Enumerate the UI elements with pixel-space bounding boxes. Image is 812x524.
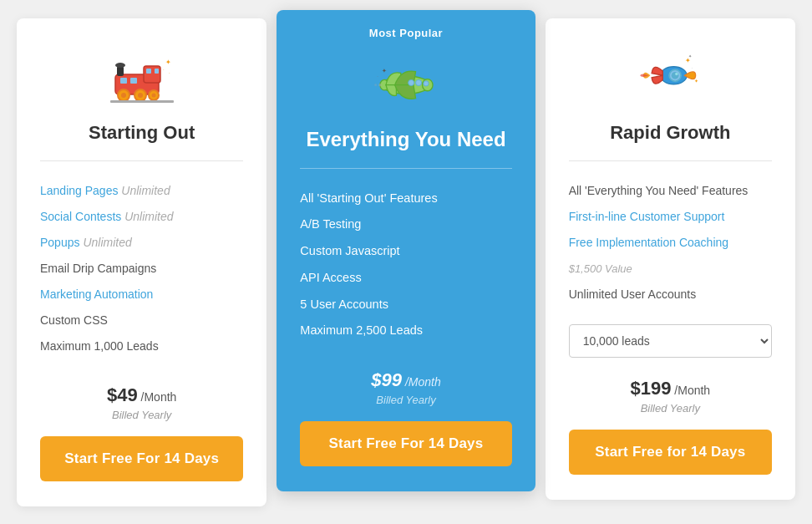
price-billed: Billed Yearly [107, 409, 176, 421]
svg-point-23 [424, 80, 429, 85]
divider [300, 168, 511, 169]
feature-item: Email Drip Campaigns [40, 256, 243, 282]
feature-item: Maximum 2,500 Leads [300, 318, 511, 344]
rocket-icon: ✦ · ✦ ✦ [632, 43, 708, 110]
feature-item: Custom CSS [40, 308, 243, 333]
plan-name: Everything You Need [306, 128, 505, 151]
pricing-card-starting-out: ✦ · · Starting OutLanding Pages Unlimite… [17, 18, 266, 506]
svg-text:✦: ✦ [382, 68, 387, 74]
price-billed: Billed Yearly [371, 394, 440, 406]
feature-item: First-in-line Customer Support [569, 204, 772, 230]
svg-rect-3 [155, 69, 159, 74]
feature-item: Social Contests Unlimited [40, 204, 243, 230]
price-billed: Billed Yearly [631, 402, 711, 415]
svg-text:✦: ✦ [688, 53, 692, 59]
price-amount: $49 /Month [107, 384, 176, 406]
svg-point-9 [121, 93, 126, 98]
plan-name: Rapid Growth [610, 122, 730, 144]
price-section: $99 /Month Billed Yearly [371, 369, 440, 406]
svg-point-7 [115, 63, 125, 68]
cta-button[interactable]: Start Free For 14 Days [40, 436, 243, 481]
feature-value: Unlimited [121, 184, 170, 197]
price-section: $49 /Month Billed Yearly [107, 384, 176, 421]
feature-item: All 'Starting Out' Features [300, 186, 511, 212]
features-list: All 'Everything You Need' FeaturesFirst-… [569, 178, 772, 308]
feature-link[interactable]: First-in-line Customer Support [569, 210, 725, 223]
svg-text:·: · [377, 73, 378, 78]
divider [40, 160, 243, 161]
value-note: $1,500 Value [569, 262, 632, 275]
divider [569, 160, 772, 161]
feature-link[interactable]: Free Implementation Coaching [569, 236, 728, 249]
svg-text:✦: ✦ [165, 59, 171, 66]
svg-point-21 [409, 79, 414, 85]
price-amount: $99 /Month [371, 369, 440, 391]
train-icon: ✦ · · [104, 43, 180, 110]
feature-item: $1,500 Value [569, 256, 772, 282]
feature-item: All 'Everything You Need' Features [569, 178, 772, 204]
svg-point-11 [138, 93, 143, 98]
plan-name: Starting Out [89, 122, 195, 144]
feature-item: Unlimited User Accounts [569, 282, 772, 308]
price-period: /Month [671, 384, 710, 397]
features-list: Landing Pages UnlimitedSocial Contests U… [40, 178, 243, 359]
feature-link[interactable]: Popups [40, 236, 79, 249]
features-list: All 'Starting Out' FeaturesA/B TestingCu… [300, 186, 511, 345]
svg-point-22 [416, 79, 422, 85]
feature-item: Popups Unlimited [40, 230, 243, 256]
feature-item: API Access [300, 265, 511, 292]
feature-item: Free Implementation Coaching [569, 230, 772, 256]
svg-point-13 [151, 93, 155, 97]
feature-item: A/B Testing [300, 211, 511, 238]
price-period: /Month [402, 375, 441, 389]
pricing-card-everything-you-need: Most Popular ✦ · Everything You NeedAll … [277, 10, 535, 492]
svg-point-24 [378, 83, 382, 86]
svg-point-30 [672, 71, 679, 79]
svg-text:·: · [163, 67, 165, 72]
price-section: $199 /Month Billed Yearly [631, 378, 711, 415]
cta-button[interactable]: Start Free For 14 Days [300, 421, 511, 466]
price-amount: $199 /Month [631, 378, 711, 399]
pricing-container: ✦ · · Starting OutLanding Pages Unlimite… [17, 18, 795, 506]
svg-text:✦: ✦ [694, 78, 698, 84]
most-popular-badge: Most Popular [369, 27, 443, 39]
svg-text:·: · [169, 70, 170, 75]
feature-link[interactable]: Marketing Automation [40, 287, 153, 301]
svg-text:·: · [692, 65, 693, 70]
svg-point-25 [374, 84, 377, 86]
feature-link[interactable]: Social Contests [40, 210, 121, 223]
feature-item: Landing Pages Unlimited [40, 178, 243, 204]
feature-value: Unlimited [124, 210, 173, 223]
feature-link[interactable]: Landing Pages [40, 184, 118, 197]
svg-rect-14 [110, 100, 174, 103]
svg-rect-2 [146, 69, 151, 74]
pricing-card-rapid-growth: ✦ · ✦ ✦ Rapid GrowthAll 'Everything You … [546, 18, 795, 500]
price-period: /Month [138, 390, 177, 404]
feature-item: Marketing Automation [40, 282, 243, 308]
feature-item: Custom Javascript [300, 238, 511, 265]
cta-button[interactable]: Start Free for 14 Days [569, 430, 772, 475]
svg-rect-5 [130, 78, 137, 84]
feature-item: 5 User Accounts [300, 292, 511, 318]
leads-select[interactable]: 10,000 leads25,000 leads50,000 leads100,… [569, 324, 772, 358]
feature-value: Unlimited [83, 236, 131, 249]
plane-icon: ✦ · [368, 49, 444, 116]
svg-rect-4 [120, 78, 127, 84]
feature-item: Maximum 1,000 Leads [40, 333, 243, 359]
svg-point-31 [675, 72, 678, 75]
